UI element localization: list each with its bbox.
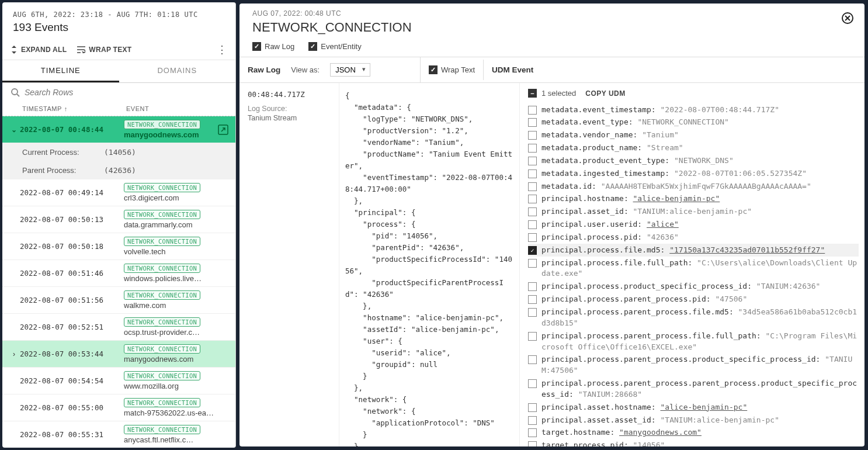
udm-key: metadata.event_timestamp: [541, 105, 661, 114]
udm-value[interactable]: "manygoodnews.com" [619, 428, 702, 437]
timestamp-header[interactable]: TIMESTAMP ↑ [22, 105, 126, 112]
udm-value[interactable]: "alice" [647, 220, 679, 229]
udm-checkbox[interactable] [528, 131, 537, 140]
udm-checkbox[interactable] [528, 416, 537, 425]
udm-checkbox[interactable] [528, 233, 537, 242]
raw-json-column[interactable]: { "metadata": { "logType": "NETWORK_DNS"… [339, 83, 520, 446]
udm-checkbox[interactable] [528, 332, 537, 341]
udm-row[interactable]: ✓principal.process.file.md5: "17150a137c… [528, 244, 859, 257]
udm-checkbox[interactable] [528, 295, 537, 304]
udm-row[interactable]: metadata.product_event_type: "NETWORK_DN… [528, 154, 859, 167]
detail-pane: AUG 07, 2022: 00:48 UTC NETWORK_CONNECTI… [239, 4, 864, 446]
open-detail-icon[interactable] [218, 124, 228, 135]
expand-all-button[interactable]: EXPAND ALL [11, 46, 67, 54]
event-entity-checkbox[interactable]: ✓Event/Entity [308, 42, 361, 51]
udm-checkbox[interactable] [528, 182, 537, 191]
view-as-select[interactable]: JSON [330, 63, 370, 77]
udm-row[interactable]: principal.process.parent_process.file.fu… [528, 330, 859, 354]
udm-row[interactable]: principal.process.parent_process.parent_… [528, 378, 859, 401]
udm-checkbox[interactable] [528, 220, 537, 229]
udm-row[interactable]: principal.user.userid: "alice" [528, 219, 859, 231]
udm-row[interactable]: metadata.ingested_timestamp: "2022-08-07… [528, 167, 859, 180]
udm-row[interactable]: principal.process.parent_process.file.md… [528, 306, 859, 330]
udm-checkbox[interactable] [528, 403, 537, 412]
udm-checkbox[interactable] [528, 428, 537, 437]
tab-timeline[interactable]: TIMELINE [2, 60, 119, 82]
udm-key: target.process.pid: [541, 441, 633, 446]
udm-row[interactable]: target.process.pid: "14056" [528, 439, 859, 446]
detail-subheader: Raw Log View as: JSON ✓Wrap Text UDM Eve… [239, 57, 864, 83]
event-row[interactable]: 2022-08-07 00:55:00NETWORK_CONNECTIONmat… [2, 394, 235, 421]
tab-domains[interactable]: DOMAINS [119, 60, 236, 82]
event-row[interactable]: 2022-08-07 00:51:46NETWORK_CONNECTIONwin… [2, 260, 235, 287]
udm-checkbox[interactable] [528, 169, 537, 178]
view-as-label: View as: [291, 65, 320, 74]
udm-checkbox[interactable] [528, 282, 537, 291]
chevron-icon: › [8, 350, 20, 358]
event-row[interactable]: 2022-08-07 00:54:54NETWORK_CONNECTIONwww… [2, 368, 235, 394]
udm-value[interactable]: "alice-benjamin-pc" [661, 403, 748, 411]
udm-checkbox[interactable] [528, 195, 537, 203]
udm-row[interactable]: principal.hostname: "alice-benjamin-pc" [528, 193, 859, 206]
event-row[interactable]: ›2022-08-07 00:53:44NETWORK_CONNECTIONma… [2, 341, 235, 368]
udm-row[interactable]: principal.process.parent_process.pid: "4… [528, 293, 859, 306]
search-row [2, 83, 235, 102]
udm-row[interactable]: metadata.event_timestamp: "2022-08-07T00… [528, 103, 859, 116]
event-type-badge: NETWORK_CONNECTION [124, 317, 200, 327]
udm-checkbox[interactable]: ✓ [528, 246, 537, 255]
event-list[interactable]: ⌄2022-08-07 00:48:44NETWORK_CONNECTIONma… [2, 116, 235, 448]
wrap-icon [77, 46, 85, 53]
close-button[interactable] [841, 12, 854, 25]
more-menu-button[interactable]: ⋮ [217, 43, 227, 56]
udm-key: principal.hostname: [541, 194, 633, 203]
udm-selected-count[interactable]: − 1 selected [528, 89, 576, 98]
udm-row[interactable]: principal.process.product_specific_proce… [528, 281, 859, 293]
udm-column: − 1 selected COPY UDM metadata.event_tim… [520, 83, 864, 446]
detail-header: AUG 07, 2022: 00:48 UTC NETWORK_CONNECTI… [239, 4, 864, 39]
event-row[interactable]: 2022-08-07 00:50:18NETWORK_CONNECTIONvol… [2, 233, 235, 260]
event-type-badge: NETWORK_CONNECTION [124, 264, 200, 273]
udm-row[interactable]: metadata.event_type: "NETWORK_CONNECTION… [528, 116, 859, 129]
udm-row[interactable]: principal.asset_id: "TANIUM:alice-benjam… [528, 206, 859, 219]
udm-value: "2022-08-07T01:06:05.527354Z" [674, 169, 807, 178]
wrap-text-checkbox[interactable]: ✓Wrap Text [429, 65, 475, 74]
search-input[interactable] [25, 88, 227, 97]
log-source-label: Log Source: [248, 105, 331, 113]
udm-checkbox[interactable] [528, 379, 537, 388]
udm-row[interactable]: principal.process.pid: "42636" [528, 231, 859, 244]
wrap-text-button[interactable]: WRAP TEXT [77, 46, 131, 54]
udm-row[interactable]: target.hostname: "manygoodnews.com" [528, 427, 859, 439]
udm-row[interactable]: metadata.id: "AAAAAH8TEWbaK5WxjhimFqwF7G… [528, 180, 859, 193]
udm-key: principal.process.file.full_path: [541, 258, 697, 267]
event-row[interactable]: 2022-08-07 00:55:31NETWORK_CONNECTIONany… [2, 421, 235, 448]
event-timestamp: 2022-08-07 00:49:14 [20, 188, 124, 197]
udm-row[interactable]: principal.asset.asset_id: "TANIUM:alice-… [528, 414, 859, 427]
udm-row[interactable]: metadata.product_name: "Stream" [528, 142, 859, 155]
udm-checkbox[interactable] [528, 308, 537, 317]
udm-key: principal.process.file.md5: [541, 245, 669, 254]
udm-row[interactable]: principal.asset.hostname: "alice-benjami… [528, 401, 859, 414]
sort-asc-icon: ↑ [64, 105, 68, 112]
udm-checkbox[interactable] [528, 207, 537, 216]
event-row[interactable]: ⌄2022-08-07 00:48:44NETWORK_CONNECTIONma… [2, 116, 235, 143]
udm-row[interactable]: principal.process.file.full_path: "C:\Us… [528, 257, 859, 281]
udm-value[interactable]: "alice-benjamin-pc" [633, 194, 720, 203]
event-row[interactable]: 2022-08-07 00:51:56NETWORK_CONNECTIONwal… [2, 287, 235, 314]
udm-row[interactable]: metadata.vendor_name: "Tanium" [528, 129, 859, 142]
event-row[interactable]: 2022-08-07 00:49:14NETWORK_CONNECTIONcrl… [2, 179, 235, 206]
event-row[interactable]: 2022-08-07 00:50:13NETWORK_CONNECTIONdat… [2, 206, 235, 233]
udm-checkbox[interactable] [528, 157, 537, 165]
copy-udm-button[interactable]: COPY UDM [585, 89, 625, 98]
event-row[interactable]: 2022-08-07 00:52:51NETWORK_CONNECTIONocs… [2, 314, 235, 341]
udm-checkbox[interactable] [528, 144, 537, 153]
svg-line-1 [17, 94, 19, 96]
raw-log-checkbox[interactable]: ✓Raw Log [252, 42, 294, 51]
udm-checkbox[interactable] [528, 355, 537, 364]
udm-value[interactable]: "17150a137c43235ad07011b552f9ff27" [669, 245, 825, 254]
udm-row[interactable]: principal.process.parent_process.product… [528, 354, 859, 378]
udm-value: "AAAAAH8TEWbaK5WxjhimFqwF7GkAAAAABgAAAAc… [601, 182, 811, 191]
udm-checkbox[interactable] [528, 118, 537, 127]
udm-checkbox[interactable] [528, 441, 537, 446]
udm-checkbox[interactable] [528, 259, 537, 268]
udm-checkbox[interactable] [528, 106, 537, 115]
